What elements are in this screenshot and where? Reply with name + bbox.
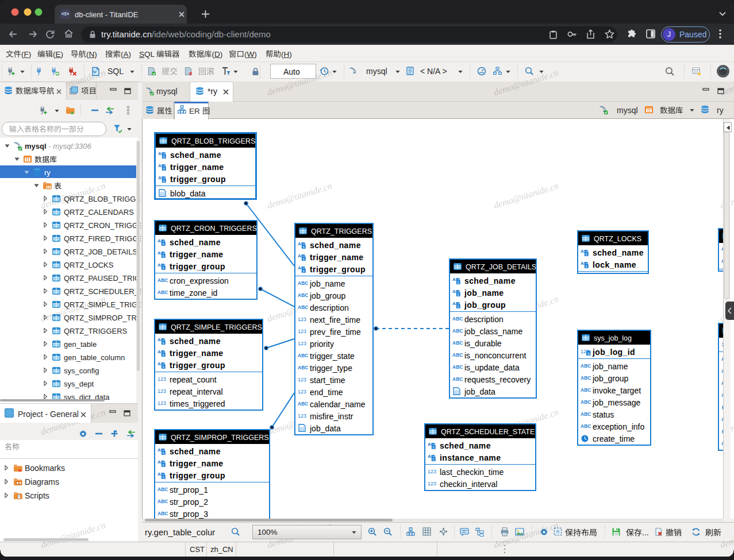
svg-text:ABC: ABC — [581, 399, 591, 405]
svg-text:123: 123 — [157, 400, 166, 406]
svg-text:ABC: ABC — [157, 486, 168, 492]
svg-text:ABC: ABC — [452, 340, 463, 346]
svg-text:ABC: ABC — [157, 289, 168, 295]
svg-text:ABC: ABC — [298, 304, 308, 310]
svg-text:ABC: ABC — [298, 401, 308, 407]
svg-text:ABC: ABC — [298, 353, 308, 358]
svg-text:123: 123 — [298, 341, 306, 346]
svg-text:ABC: ABC — [452, 376, 463, 382]
svg-text:ABC: ABC — [298, 365, 308, 370]
svg-text:ABC: ABC — [581, 387, 591, 393]
svg-text:123: 123 — [157, 376, 166, 382]
svg-text:ABC: ABC — [581, 375, 591, 381]
svg-text:123: 123 — [298, 377, 306, 383]
svg-text:ABC: ABC — [298, 292, 308, 298]
svg-text:ABC: ABC — [452, 364, 463, 370]
svg-text:ABC: ABC — [452, 316, 463, 322]
svg-text:ABC: ABC — [157, 277, 168, 283]
svg-text:123: 123 — [298, 329, 306, 334]
svg-text:123: 123 — [157, 388, 166, 394]
svg-text:123: 123 — [298, 316, 306, 322]
svg-text:123: 123 — [428, 481, 436, 486]
svg-text:ABC: ABC — [452, 352, 463, 358]
svg-text:123: 123 — [428, 469, 436, 474]
svg-text:123: 123 — [298, 389, 306, 395]
svg-text:ABC: ABC — [157, 511, 168, 516]
svg-text:ABC: ABC — [298, 280, 308, 286]
svg-text:ABC: ABC — [581, 423, 591, 429]
svg-text:ABC: ABC — [581, 411, 591, 417]
svg-text:123: 123 — [298, 413, 306, 419]
svg-text:ABC: ABC — [452, 328, 463, 334]
svg-text:ABC: ABC — [157, 499, 168, 504]
svg-text:s: s — [587, 351, 590, 356]
svg-text:ABC: ABC — [581, 363, 591, 369]
